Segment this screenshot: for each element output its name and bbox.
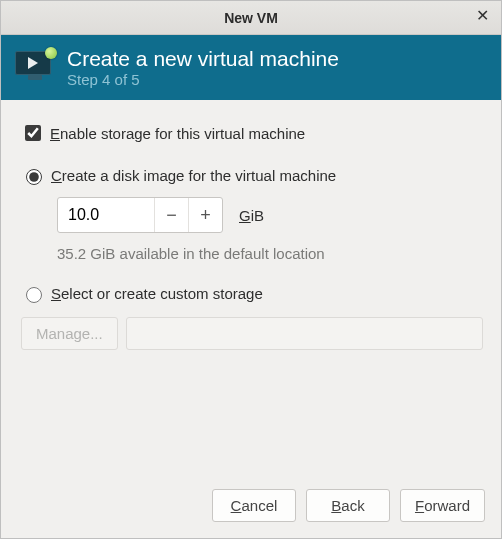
create-disk-radio[interactable] bbox=[26, 169, 42, 185]
wizard-banner: Create a new virtual machine Step 4 of 5 bbox=[1, 35, 501, 100]
disk-size-decrement-button[interactable]: − bbox=[154, 198, 188, 232]
manage-storage-button[interactable]: Manage... bbox=[21, 317, 118, 350]
enable-storage-row: Enable storage for this virtual machine bbox=[21, 116, 483, 150]
window-title: New VM bbox=[224, 10, 278, 26]
create-disk-label: Create a disk image for the virtual mach… bbox=[51, 167, 336, 184]
banner-heading: Create a new virtual machine bbox=[67, 47, 339, 71]
custom-storage-row: Select or create custom storage bbox=[21, 278, 483, 309]
disk-size-row: − + GiB bbox=[57, 191, 483, 239]
enable-storage-label: Enable storage for this virtual machine bbox=[50, 125, 305, 142]
banner-text: Create a new virtual machine Step 4 of 5 bbox=[67, 47, 339, 88]
available-space-label: 35.2 GiB available in the default locati… bbox=[57, 245, 483, 262]
custom-storage-path-input[interactable] bbox=[126, 317, 483, 350]
dialog-footer: Cancel Back Forward bbox=[1, 477, 501, 538]
custom-storage-radio[interactable] bbox=[26, 287, 42, 303]
back-button[interactable]: Back bbox=[306, 489, 390, 522]
disk-size-spinbox: − + bbox=[57, 197, 223, 233]
titlebar: New VM ✕ bbox=[1, 1, 501, 35]
close-icon[interactable]: ✕ bbox=[471, 6, 493, 28]
content-area: Enable storage for this virtual machine … bbox=[1, 100, 501, 477]
custom-storage-label: Select or create custom storage bbox=[51, 285, 263, 302]
disk-size-increment-button[interactable]: + bbox=[188, 198, 222, 232]
disk-size-unit-label: GiB bbox=[239, 207, 264, 224]
cancel-button[interactable]: Cancel bbox=[212, 489, 296, 522]
forward-button[interactable]: Forward bbox=[400, 489, 485, 522]
vm-create-icon bbox=[15, 51, 55, 85]
disk-size-input[interactable] bbox=[58, 198, 154, 232]
create-disk-row: Create a disk image for the virtual mach… bbox=[21, 160, 483, 191]
banner-step: Step 4 of 5 bbox=[67, 71, 339, 88]
custom-storage-controls: Manage... bbox=[21, 317, 483, 350]
enable-storage-checkbox[interactable] bbox=[25, 125, 41, 141]
